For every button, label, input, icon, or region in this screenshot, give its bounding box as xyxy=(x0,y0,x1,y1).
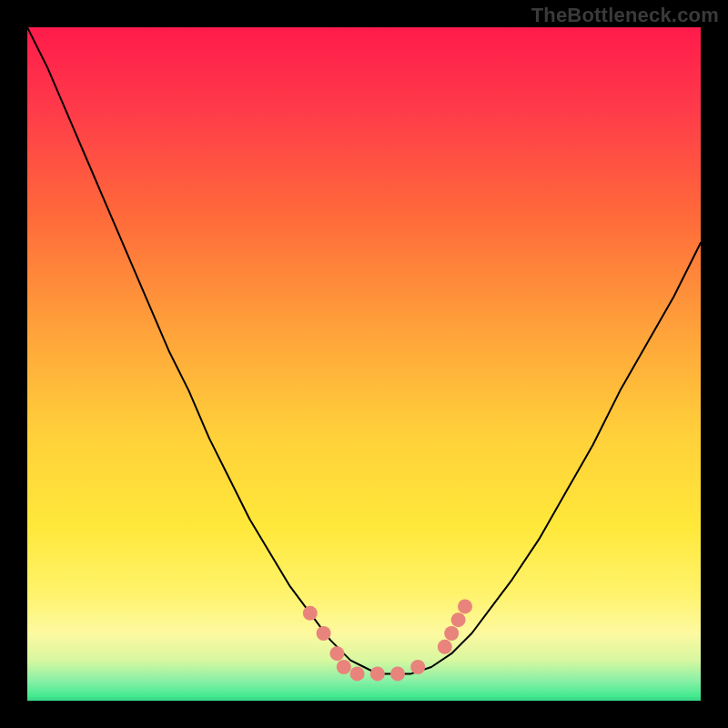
curve-marker xyxy=(303,606,318,621)
curve-marker xyxy=(390,666,405,681)
watermark-text: TheBottleneck.com xyxy=(531,4,719,27)
curve-marker xyxy=(350,666,365,681)
chart-frame: TheBottleneck.com xyxy=(0,0,728,728)
plot-area xyxy=(27,27,701,701)
curve-marker xyxy=(329,646,344,661)
curve-marker xyxy=(444,626,459,641)
curve-marker xyxy=(337,660,351,674)
curve-marker xyxy=(370,666,385,681)
curve-marker xyxy=(410,660,425,674)
curve-marker xyxy=(458,599,472,613)
plot-svg xyxy=(27,27,701,701)
curve-marker xyxy=(438,640,452,654)
curve-marker xyxy=(317,626,331,641)
curve-marker xyxy=(451,612,466,627)
gradient-background xyxy=(27,27,701,701)
